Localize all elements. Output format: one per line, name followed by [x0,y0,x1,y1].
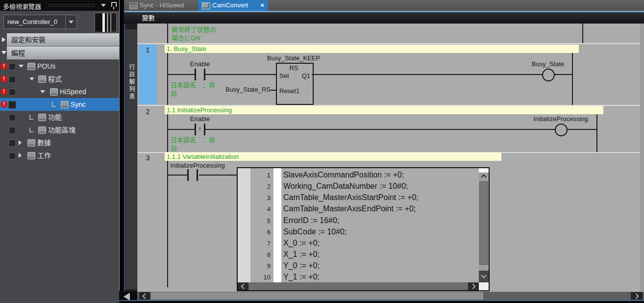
controller-select[interactable]: new_Controller_0 [3,15,77,29]
right-rail [596,114,597,152]
collapsed-arrow-icon[interactable] [19,140,22,145]
error-badge: ! [0,101,7,108]
pin-icon[interactable] [111,2,117,7]
contact-initialize-processing[interactable] [187,169,198,181]
rung-number[interactable]: 2 [139,108,157,116]
section-collapsed-arrow-icon[interactable] [2,37,5,42]
program-icon [50,88,58,96]
collapsed-arrow-icon[interactable] [19,153,22,158]
rs-function-block[interactable]: RS Set Q1 Reset1 [276,63,314,105]
st-code-line[interactable]: X_1 := +0; [283,250,320,259]
fb-input-set: Set [279,72,289,79]
programs-folder-icon [38,76,46,83]
tab-sync-hispeed[interactable]: Sync - HiSpeed [126,0,198,11]
st-code-line[interactable]: ErrorID := 16#0; [283,216,339,225]
tree-item-function-blocks[interactable]: 功能區塊 [0,124,119,136]
coil-operand[interactable]: Busy_State [519,60,577,68]
scrollbar-thumb[interactable] [249,283,468,290]
scroll-right-button[interactable] [631,292,643,300]
power-rail [167,53,168,105]
coil-busy-state[interactable] [542,69,555,81]
contact-operand[interactable]: Enable [180,115,220,123]
controller-name: new_Controller_0 [7,15,57,28]
build-check-square [9,140,16,147]
contact-bar [204,69,205,80]
scroll-right-button[interactable] [468,282,479,290]
line-comment-list-tab[interactable]: 行註解列表 [125,29,137,289]
fb-output-q1: Q1 [302,72,310,79]
section-label: 編程 [11,47,25,59]
tab-camconvert[interactable]: CamConvert × [198,0,268,11]
scroll-left-button[interactable] [238,282,248,290]
st-code-line[interactable]: SubCode := 10#0; [283,227,347,236]
coil-initialize-processing[interactable] [555,124,568,136]
rung1-header[interactable]: 1. Busy_State [165,45,579,53]
st-line-number: 4 [250,205,271,213]
tree-item-functions[interactable]: 功能 [0,111,119,124]
scroll-left-icon [142,293,148,299]
st-line-number: 9 [250,262,271,270]
section-programming[interactable]: 編程 [7,47,119,60]
st-margin-column [273,168,281,282]
expand-arrow-icon[interactable] [40,90,45,93]
drag-grip-texture[interactable] [48,3,95,7]
rung-number: 1 [139,46,157,54]
tree-item-label: Sync [71,98,86,111]
controller-dropdown-button[interactable] [65,15,76,28]
tab-label: CamConvert [212,0,248,11]
scroll-up-icon[interactable] [481,174,486,179]
expand-arrow-icon[interactable] [19,65,24,68]
build-check-square [9,114,16,121]
section-configurations-setup[interactable]: 設定和安裝 [7,33,119,47]
contact-enable[interactable] [195,69,205,80]
contact-operand[interactable]: InitializeProcessing [166,162,229,169]
tree-item-pous[interactable]: ! POUs [0,60,119,73]
rung-number[interactable]: 3 [139,154,157,162]
rung2-header[interactable]: 1.1 InitializeProcessing [165,106,603,114]
scrollbar-thumb[interactable] [479,181,488,265]
variable-comment: 日本語名 ：有 [171,135,215,144]
st-vertical-scrollbar[interactable] [479,168,489,282]
st-code-line[interactable]: Working_CamDataNumber := 10#0; [283,182,408,191]
tree-item-programs[interactable]: ! 程式 [0,73,119,85]
st-code-line[interactable]: Y_1 := +0; [283,273,320,281]
tree-item-tasks[interactable]: 工作 [0,149,119,162]
scroll-left-button[interactable] [139,292,150,300]
st-line-number: 5 [250,217,271,225]
editor-horizontal-scrollbar[interactable] [137,291,644,300]
st-code-line[interactable]: Y_0 := +0; [283,261,320,270]
error-badge: ! [0,63,7,70]
contact-bar [187,169,189,181]
tree-item-sync[interactable]: ! Sync [0,98,119,111]
st-code-line[interactable]: CamTable_MasterAxisEndPoint := +0; [283,204,416,213]
st-code-line[interactable]: X_0 := +0; [283,239,320,248]
variables-label: 變數 [142,12,155,24]
contact-operand[interactable]: Enable [180,60,220,68]
st-code-line[interactable]: CamTable_MasterAxisStartPoint := +0; [283,193,419,202]
rung1-number-cell-selected[interactable]: 1 [139,45,157,104]
st-horizontal-scrollbar[interactable] [238,282,479,290]
collapse-panel-arrow-icon[interactable] [124,293,130,301]
scroll-down-button[interactable] [479,271,489,282]
right-rail [582,24,583,43]
section-expanded-arrow-icon[interactable] [1,51,6,54]
tree-item-data[interactable]: 數據 [0,136,119,149]
reset-operand[interactable]: Busy_State_RS [206,86,271,93]
coil-operand[interactable]: InitializeProcessing [526,115,595,123]
panel-splitter[interactable] [120,0,125,303]
function-blocks-folder-icon [38,126,46,134]
scrollbar-thumb[interactable] [151,292,483,300]
contact-enable-rising-edge[interactable]: ↑ [195,124,205,135]
wire-segment [199,175,237,176]
panel-menu-arrow-icon[interactable] [101,4,106,7]
fb-instance-name[interactable]: Busy_State_KEEP [257,54,330,62]
close-icon[interactable]: × [260,0,264,11]
rung3-header[interactable]: 1.1.1 VariableInitialization [165,152,501,161]
scroll-right-icon [633,293,639,299]
variable-comment: 効 [171,143,177,152]
tree-item-hispeed[interactable]: ! HiSpeed [0,85,119,98]
variables-bar[interactable]: 變數 [124,12,644,24]
inline-st-editor[interactable]: 1 2 3 4 5 6 7 8 9 10 SlaveAxisCommandPos… [237,167,490,291]
st-code-line[interactable]: SlaveAxisCommandPosition := +0; [283,171,404,179]
expand-arrow-icon[interactable] [29,77,34,80]
